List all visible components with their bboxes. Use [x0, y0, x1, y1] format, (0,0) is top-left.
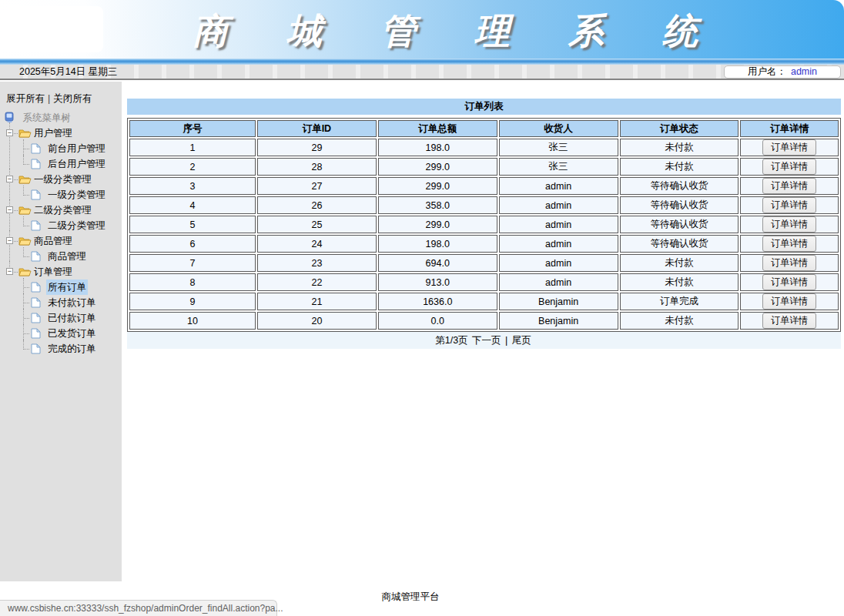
- tree-leaf-label[interactable]: 商品管理: [46, 249, 88, 264]
- recipient-cell: 张三: [499, 158, 618, 176]
- tree-node: − 商品管理 商品管理: [0, 233, 122, 264]
- recipient-cell: admin: [499, 254, 618, 272]
- username-value: admin: [791, 66, 817, 77]
- order-id-cell: 28: [257, 158, 377, 176]
- collapse-all-link[interactable]: 关闭所有: [53, 93, 92, 104]
- seq-cell: 5: [129, 216, 256, 233]
- tree-leaf-row: 所有订单: [0, 280, 122, 295]
- table-row: 3 27 299.0 admin 等待确认收货 订单详情: [129, 177, 839, 195]
- next-page-link[interactable]: 下一页: [472, 335, 501, 346]
- seq-cell: 2: [129, 158, 256, 176]
- order-detail-button[interactable]: 订单详情: [762, 197, 816, 213]
- tree-leaf-label[interactable]: 一级分类管理: [46, 187, 107, 203]
- order-detail-button[interactable]: 订单详情: [762, 178, 816, 194]
- tree-leaf-label[interactable]: 所有订单: [46, 280, 88, 295]
- main-content: 订单列表 序号订单ID订单总额收货人订单状态订单详情 1 29 198.0 张三…: [122, 82, 844, 349]
- pagination-separator: |: [505, 335, 507, 346]
- recipient-cell: Benjamin: [499, 312, 618, 330]
- order-total-cell: 198.0: [378, 139, 497, 156]
- table-row: 10 20 0.0 Benjamin 未付款 订单详情: [129, 312, 839, 330]
- order-id-cell: 21: [257, 293, 377, 310]
- last-page-link[interactable]: 尾页: [512, 335, 531, 346]
- seq-cell: 4: [129, 196, 256, 214]
- tree-root-label[interactable]: 系统菜单树: [22, 112, 71, 123]
- tree-children: 商品管理: [0, 249, 122, 264]
- tree-connector: [14, 133, 18, 134]
- order-id-cell: 25: [257, 216, 377, 233]
- order-detail-cell: 订单详情: [740, 293, 839, 310]
- computer-icon: [5, 112, 15, 126]
- tree-leaf-label[interactable]: 完成的订单: [46, 341, 98, 357]
- order-total-cell: 299.0: [378, 216, 497, 233]
- tree-children: 二级分类管理: [0, 218, 122, 233]
- order-status-cell: 未付款: [620, 273, 739, 291]
- order-id-cell: 23: [257, 254, 377, 272]
- order-detail-button[interactable]: 订单详情: [762, 139, 816, 156]
- collapse-toggle-icon[interactable]: −: [6, 237, 13, 244]
- tree-leaf-row: 二级分类管理: [0, 218, 122, 233]
- order-total-cell: 1636.0: [378, 293, 497, 310]
- order-total-cell: 358.0: [378, 196, 497, 214]
- orders-table: 序号订单ID订单总额收货人订单状态订单详情 1 29 198.0 张三 未付款 …: [127, 118, 841, 332]
- table-row: 8 22 913.0 admin 未付款 订单详情: [129, 273, 839, 291]
- order-detail-button[interactable]: 订单详情: [762, 216, 816, 233]
- table-row: 2 28 299.0 张三 未付款 订单详情: [129, 158, 839, 176]
- order-status-cell: 未付款: [620, 139, 739, 156]
- column-header: 订单ID: [257, 120, 377, 137]
- tree-leaf-label[interactable]: 未付款订单: [46, 295, 98, 310]
- tree-leaf-label[interactable]: 前台用户管理: [46, 141, 107, 156]
- tree-leaf-label[interactable]: 后台用户管理: [46, 156, 107, 172]
- expand-all-link[interactable]: 展开所有: [6, 93, 45, 104]
- order-detail-button[interactable]: 订单详情: [762, 293, 816, 310]
- tree-controls: 展开所有|关闭所有: [0, 82, 122, 109]
- tree-folder-label[interactable]: 订单管理: [34, 264, 72, 280]
- recipient-cell: admin: [499, 177, 618, 195]
- tree-folder-label[interactable]: 二级分类管理: [34, 203, 92, 218]
- tree-node: − 订单管理 所有订单 未付款订单: [0, 264, 122, 357]
- seq-cell: 3: [129, 177, 256, 195]
- seq-cell: 6: [129, 235, 256, 253]
- column-header: 订单总额: [378, 120, 497, 137]
- order-detail-cell: 订单详情: [740, 196, 839, 214]
- user-box: 用户名：admin: [724, 65, 841, 79]
- tree-connector: [14, 210, 18, 211]
- order-detail-button[interactable]: 订单详情: [762, 274, 816, 290]
- collapse-toggle-icon[interactable]: −: [6, 206, 13, 213]
- seq-cell: 1: [129, 139, 256, 156]
- tree-leaf-label[interactable]: 已发货订单: [46, 326, 98, 341]
- pagination-bar: 第1/3页 下一页 | 尾页: [127, 332, 841, 349]
- recipient-cell: Benjamin: [499, 293, 618, 310]
- seq-cell: 8: [129, 273, 256, 291]
- order-detail-button[interactable]: 订单详情: [762, 255, 816, 271]
- column-header: 收货人: [499, 120, 618, 137]
- tree-connector: [14, 179, 18, 180]
- tree-leaf-label[interactable]: 二级分类管理: [46, 218, 107, 233]
- collapse-toggle-icon[interactable]: −: [6, 268, 13, 275]
- order-detail-button[interactable]: 订单详情: [762, 313, 816, 329]
- tree-folder-label[interactable]: 用户管理: [34, 126, 72, 141]
- order-total-cell: 0.0: [378, 312, 497, 330]
- tree-leaf-label[interactable]: 已付款订单: [46, 310, 98, 326]
- tree-controls-separator: |: [48, 93, 50, 104]
- tree-connector: [14, 272, 18, 273]
- date-bar: 2025年5月14日 星期三 用户名：admin: [0, 65, 844, 80]
- order-total-cell: 913.0: [378, 273, 497, 291]
- table-row: 4 26 358.0 admin 等待确认收货 订单详情: [129, 196, 839, 214]
- tree-leaf-row: 前台用户管理: [0, 141, 122, 156]
- collapse-toggle-icon[interactable]: −: [6, 176, 13, 182]
- table-header-row: 序号订单ID订单总额收货人订单状态订单详情: [129, 120, 839, 137]
- tree-folder-label[interactable]: 一级分类管理: [34, 172, 92, 187]
- order-detail-button[interactable]: 订单详情: [762, 236, 816, 252]
- tree-folder-label[interactable]: 商品管理: [34, 233, 72, 249]
- order-status-cell: 订单完成: [620, 293, 739, 310]
- collapse-toggle-icon[interactable]: −: [6, 129, 13, 136]
- order-status-cell: 未付款: [620, 158, 739, 176]
- table-body: 1 29 198.0 张三 未付款 订单详情 2 28 299.0 张三 未付款…: [129, 139, 839, 330]
- status-url-tooltip: www.csbishe.cn:33333/ssh_fzshop/adminOrd…: [0, 600, 277, 616]
- tree-leaf-row: 已发货订单: [0, 326, 122, 341]
- order-detail-button[interactable]: 订单详情: [762, 159, 816, 175]
- tree-leaf-row: 已付款订单: [0, 310, 122, 326]
- table-row: 9 21 1636.0 Benjamin 订单完成 订单详情: [129, 293, 839, 310]
- table-row: 6 24 198.0 admin 等待确认收货 订单详情: [129, 235, 839, 253]
- tree-nodes: − 用户管理 前台用户管理 后台用户管理: [0, 126, 122, 357]
